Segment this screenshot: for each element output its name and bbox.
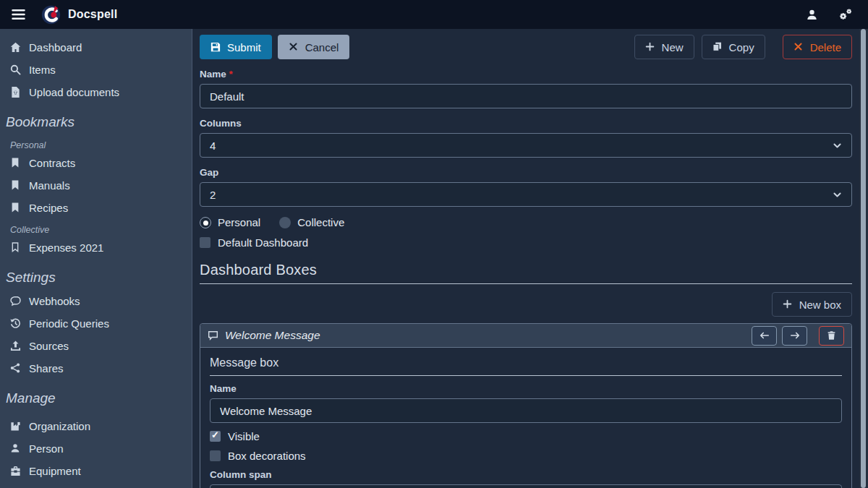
cancel-button[interactable]: Cancel xyxy=(278,35,350,59)
arrow-left-icon xyxy=(760,330,770,341)
sidebar-item-bookmark-expenses-2021[interactable]: Expenses 2021 xyxy=(0,236,192,259)
new-box-button[interactable]: New box xyxy=(772,292,852,317)
arrow-right-icon xyxy=(790,330,800,341)
copy-label: Copy xyxy=(729,41,754,53)
scope-radio-group: Personal Collective xyxy=(200,216,852,228)
welcome-message-box: Welcome Message Message box Name xyxy=(200,323,852,488)
gap-value: 2 xyxy=(210,189,216,201)
column-span-select[interactable]: 4 xyxy=(210,484,842,488)
copy-icon xyxy=(712,42,723,52)
sidebar-item-label: Organization xyxy=(29,420,90,432)
sidebar-item-label: Equipment xyxy=(29,465,81,477)
radio-collective-label: Collective xyxy=(297,216,344,228)
bookmark-icon xyxy=(10,158,21,168)
sidebar-item-label: Sources xyxy=(29,340,69,352)
history-icon xyxy=(10,318,21,329)
box-decorations-checkbox-row[interactable]: Box decorations xyxy=(210,450,842,462)
columns-value: 4 xyxy=(210,140,216,152)
delete-box-button[interactable] xyxy=(819,326,844,346)
visible-checkbox-row[interactable]: Visible xyxy=(210,430,842,442)
delete-button[interactable]: Delete xyxy=(783,35,852,59)
sidebar-item-bookmark-recipes[interactable]: Recipes xyxy=(0,197,192,219)
bookmarks-group-collective: Collective xyxy=(0,219,192,236)
scrollbar-thumb[interactable] xyxy=(861,29,866,488)
column-span-label: Column span xyxy=(210,469,842,480)
radio-personal-control[interactable] xyxy=(200,217,211,228)
sidebar-item-label: Periodic Queries xyxy=(29,317,109,330)
default-dashboard-checkbox[interactable] xyxy=(200,237,210,248)
radio-collective-control[interactable] xyxy=(279,217,291,228)
user-menu-icon[interactable] xyxy=(806,9,818,21)
sidebar-item-label: Webhooks xyxy=(29,295,80,307)
move-box-left-button[interactable] xyxy=(752,326,777,346)
house-icon xyxy=(10,42,21,53)
radio-personal[interactable]: Personal xyxy=(200,216,260,228)
app-title: Docspell xyxy=(68,8,117,21)
form-toolbar: Submit Cancel New Copy Delete xyxy=(200,35,852,59)
sidebar-item-bookmark-contracts[interactable]: Contracts xyxy=(0,152,192,174)
app-logo[interactable]: Docspell xyxy=(41,5,117,25)
sidebar-item-organization[interactable]: Organization xyxy=(0,415,192,437)
gap-label: Gap xyxy=(200,167,852,178)
sidebar-item-tags[interactable]: Tags xyxy=(0,482,192,488)
plus-icon xyxy=(645,42,655,52)
sidebar-item-person[interactable]: Person xyxy=(0,437,192,460)
submit-button[interactable]: Submit xyxy=(200,35,272,59)
columns-select[interactable]: 4 xyxy=(200,133,852,158)
sidebar-section-settings: Settings xyxy=(0,259,192,290)
share-nodes-icon xyxy=(10,363,21,374)
box-type-label: Message box xyxy=(210,351,842,376)
record-actions: New Copy Delete xyxy=(634,35,852,59)
sidebar-item-upload-documents[interactable]: Upload documents xyxy=(0,81,192,103)
gears-icon[interactable] xyxy=(838,9,852,21)
sidebar-item-periodic-queries[interactable]: Periodic Queries xyxy=(0,312,192,335)
sidebar-item-webhooks[interactable]: Webhooks xyxy=(0,290,192,312)
box-name-label: Name xyxy=(210,383,842,394)
chevron-down-icon xyxy=(833,190,842,200)
box-header: Welcome Message xyxy=(200,324,851,348)
new-box-row: New box xyxy=(200,292,852,317)
copy-button[interactable]: Copy xyxy=(702,35,765,59)
move-box-right-button[interactable] xyxy=(782,326,807,346)
required-mark: * xyxy=(229,69,233,80)
new-button[interactable]: New xyxy=(634,35,694,59)
search-icon xyxy=(10,64,21,75)
dashboard-boxes-heading: Dashboard Boxes xyxy=(200,262,852,284)
main-content: Submit Cancel New Copy Delete xyxy=(192,29,868,488)
box-body: Message box Name Visible Box decorations… xyxy=(200,348,851,488)
box-name-input[interactable] xyxy=(210,398,842,423)
comment-icon xyxy=(10,296,21,307)
dashboard-name-input[interactable] xyxy=(200,84,852,108)
sidebar-item-sources[interactable]: Sources xyxy=(0,335,192,357)
default-dashboard-checkbox-row[interactable]: Default Dashboard xyxy=(200,236,852,249)
box-actions xyxy=(752,326,844,346)
sidebar-item-label: Person xyxy=(29,442,64,455)
trash-icon xyxy=(827,330,837,341)
docspell-logo-icon xyxy=(41,5,61,25)
sidebar-item-items[interactable]: Items xyxy=(0,59,192,81)
sidebar-item-equipment[interactable]: Equipment xyxy=(0,460,192,482)
sidebar-item-bookmark-manuals[interactable]: Manuals xyxy=(0,174,192,197)
bookmark-icon xyxy=(10,180,21,191)
visible-checkbox[interactable] xyxy=(210,431,221,442)
bookmark-outline-icon xyxy=(10,242,21,253)
chevron-down-icon xyxy=(833,141,842,150)
save-icon xyxy=(210,42,221,52)
comment-outline-icon xyxy=(208,330,218,341)
box-title: Welcome Message xyxy=(225,329,320,342)
sidebar-item-dashboard[interactable]: Dashboard xyxy=(0,36,192,59)
industry-icon xyxy=(10,421,21,432)
file-upload-icon xyxy=(10,87,21,98)
sidebar-section-bookmarks: Bookmarks xyxy=(0,103,192,134)
upload-icon xyxy=(10,341,21,351)
sidebar-item-label: Shares xyxy=(29,362,64,374)
vertical-scrollbar[interactable] xyxy=(859,29,868,488)
bookmarks-group-personal: Personal xyxy=(0,134,192,152)
radio-collective[interactable]: Collective xyxy=(279,216,344,228)
sidebar-item-shares[interactable]: Shares xyxy=(0,357,192,380)
box-decorations-checkbox[interactable] xyxy=(210,450,221,461)
x-icon xyxy=(793,42,804,52)
person-icon xyxy=(10,443,21,454)
menu-icon[interactable] xyxy=(12,9,25,20)
gap-select[interactable]: 2 xyxy=(200,182,852,207)
